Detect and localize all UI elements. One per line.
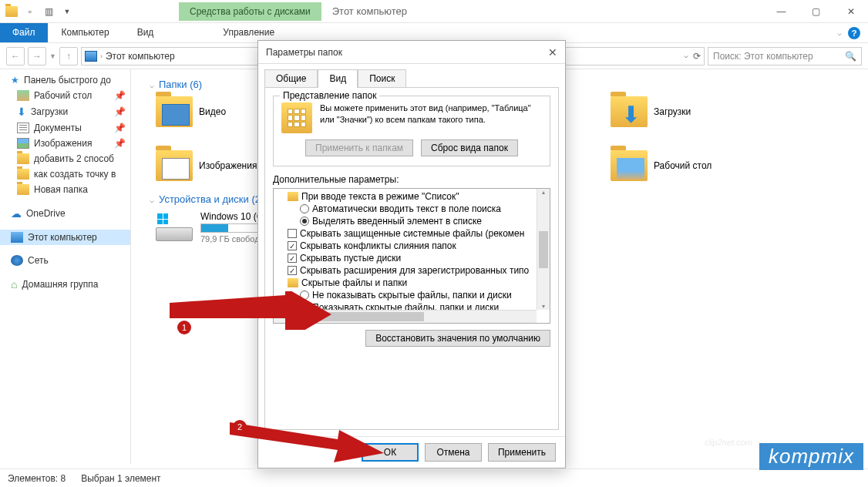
annotation-badge-1: 1 — [177, 321, 191, 334]
sidebar: ★Панель быстрого до Рабочий стол📌 ⬇Загру… — [0, 69, 131, 464]
sidebar-desktop[interactable]: Рабочий стол📌 — [0, 88, 130, 103]
address-dropdown-icon[interactable]: ⌵ — [684, 51, 688, 62]
qat-properties-icon[interactable]: ▫ — [22, 3, 39, 20]
check-hide-protected[interactable] — [288, 229, 297, 238]
watermark-kompmix: kompmix — [759, 443, 863, 470]
sidebar-newfolder[interactable]: Новая папка — [0, 182, 130, 197]
radio-auto-search[interactable] — [300, 204, 309, 213]
folder-view-icon — [281, 102, 312, 133]
restore-defaults-button[interactable]: Восстановить значения по умолчанию — [365, 330, 550, 347]
folder-images[interactable]: Изображения — [156, 150, 271, 181]
explorer-icon — [3, 3, 20, 20]
folder-view-desc: Вы можете применить этот вид (например, … — [320, 102, 542, 133]
check-hide-empty[interactable] — [288, 254, 297, 263]
dialog-title: Параметры папок — [266, 47, 342, 58]
fieldset-legend: Представление папок — [280, 90, 379, 101]
tree-vertical-scrollbar[interactable] — [537, 189, 550, 310]
qat-newfolder-icon[interactable]: ▥ — [40, 3, 57, 20]
reset-folders-button[interactable]: Сброс вида папок — [421, 139, 518, 156]
apply-to-folders-button: Применить к папкам — [305, 139, 413, 156]
watermark-clip2net: clip2net.com — [705, 438, 752, 447]
sidebar-this-pc[interactable]: Этот компьютер — [0, 230, 130, 245]
status-elements: Элементов: 8 — [8, 473, 66, 484]
nav-up-button[interactable]: ↑ — [59, 47, 78, 65]
sidebar-quick-access[interactable]: ★Панель быстрого до — [0, 72, 130, 88]
refresh-icon[interactable]: ⟳ — [693, 51, 701, 62]
radio-highlight-item[interactable] — [300, 217, 309, 226]
sidebar-downloads[interactable]: ⬇Загрузки📌 — [0, 103, 130, 120]
nav-back-button[interactable]: ← — [6, 47, 25, 65]
sidebar-onedrive[interactable]: ☁OneDrive — [0, 205, 130, 222]
folder-desktop[interactable]: Рабочий стол — [611, 150, 726, 181]
advanced-label: Дополнительные параметры: — [273, 174, 550, 185]
annotation-badge-2: 2 — [233, 420, 247, 434]
sidebar-add2[interactable]: добавить 2 способ — [0, 151, 130, 166]
help-icon[interactable]: ? — [848, 27, 860, 39]
menu-computer[interactable]: Компьютер — [48, 23, 123, 42]
window-title: Этот компьютер — [332, 5, 407, 17]
svg-marker-1 — [230, 422, 384, 462]
address-text: Этот компьютер — [106, 51, 175, 62]
tab-search[interactable]: Поиск — [358, 69, 406, 88]
annotation-arrow-1 — [170, 291, 331, 330]
close-button[interactable]: ✕ — [833, 0, 868, 23]
sidebar-documents[interactable]: Документы📌 — [0, 120, 130, 136]
menu-view[interactable]: Вид — [123, 23, 168, 42]
window-titlebar: ▫ ▥ ▼ Средства работы с дисками Этот ком… — [0, 0, 868, 23]
search-input[interactable]: Поиск: Этот компьютер 🔍 — [708, 47, 862, 65]
svg-marker-0 — [170, 291, 331, 330]
sidebar-network[interactable]: Сеть — [0, 253, 130, 268]
maximize-button[interactable]: ▢ — [799, 0, 833, 23]
cancel-button[interactable]: Отмена — [425, 443, 482, 462]
folder-icon — [288, 192, 298, 201]
sidebar-howto[interactable]: как создать точку в — [0, 166, 130, 182]
pc-icon — [85, 51, 97, 62]
folder-video[interactable]: Видео — [156, 96, 271, 127]
sidebar-homegroup[interactable]: ⌂Домашняя группа — [0, 276, 130, 293]
tab-general[interactable]: Общие — [264, 69, 318, 88]
minimize-button[interactable]: — — [764, 0, 799, 23]
folder-downloads[interactable]: ⬇ Загрузки — [611, 96, 726, 127]
qat-dropdown-icon[interactable]: ▼ — [59, 3, 76, 20]
folder-icon — [288, 278, 298, 287]
search-placeholder: Поиск: Этот компьютер — [713, 51, 813, 62]
dialog-close-button[interactable]: ✕ — [548, 46, 557, 59]
ribbon-contextual-tab[interactable]: Средства работы с дисками — [179, 2, 321, 21]
folder-view-fieldset: Представление папок Вы можете применить … — [273, 96, 550, 166]
apply-button[interactable]: Применить — [488, 443, 556, 462]
check-hide-extensions[interactable] — [288, 266, 297, 275]
annotation-arrow-2 — [230, 416, 384, 462]
status-selected: Выбран 1 элемент — [81, 473, 160, 484]
folder-options-dialog: Параметры папок ✕ Общие Вид Поиск Предст… — [257, 40, 566, 469]
nav-forward-button[interactable]: → — [28, 47, 46, 65]
check-hide-merge[interactable] — [288, 241, 297, 250]
ribbon-expand-icon[interactable]: ⌵ — [837, 29, 842, 37]
sidebar-images[interactable]: Изображения📌 — [0, 136, 130, 151]
statusbar: Элементов: 8 Выбран 1 элемент — [0, 469, 868, 487]
tab-view[interactable]: Вид — [318, 69, 358, 88]
menu-file[interactable]: Файл — [0, 23, 48, 42]
nav-history-dropdown[interactable]: ▼ — [49, 52, 56, 60]
search-icon: 🔍 — [845, 51, 856, 62]
